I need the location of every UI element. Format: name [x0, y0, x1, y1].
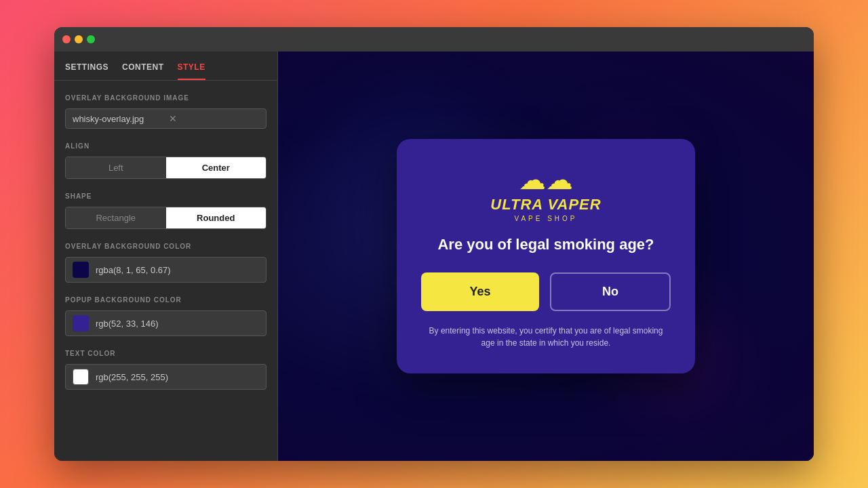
app-window: SETTINGS CONTENT STYLE OVERLAY BACKGROUN… [54, 27, 814, 461]
overlay-bg-image-clear-icon[interactable]: ✕ [169, 113, 260, 124]
modal-disclaimer: By entering this website, you certify th… [421, 325, 671, 349]
text-color-section: TEXT COLOR rgb(255, 255, 255) [54, 350, 277, 403]
shape-rounded-button[interactable]: Rounded [166, 207, 267, 228]
tab-content[interactable]: CONTENT [122, 62, 164, 80]
age-verification-modal: ☁☁ ULTRA VAPER VAPE SHOP Are you of lega… [397, 139, 695, 373]
tab-style[interactable]: STYLE [178, 62, 205, 80]
yes-button[interactable]: Yes [421, 272, 539, 311]
popup-bg-color-value: rgb(52, 33, 146) [96, 319, 159, 329]
align-toggle-group: Left Center [65, 157, 267, 179]
titlebar [54, 27, 814, 52]
align-center-button[interactable]: Center [166, 157, 267, 178]
overlay-bg-image-label: OVERLAY BACKGROUND IMAGE [65, 94, 267, 102]
align-label: ALIGN [65, 142, 267, 150]
traffic-lights [62, 35, 95, 43]
modal-question: Are you of legal smoking age? [421, 236, 671, 253]
text-color-input[interactable]: rgb(255, 255, 255) [65, 364, 267, 390]
brand-icon: ☁☁ [421, 166, 671, 193]
align-section: ALIGN Left Center [54, 142, 277, 192]
popup-bg-color-swatch [73, 315, 89, 331]
overlay-bg-image-input[interactable]: whisky-overlay.jpg ✕ [65, 108, 267, 129]
align-left-button[interactable]: Left [66, 157, 166, 178]
shape-label: SHAPE [65, 192, 267, 200]
tab-settings[interactable]: SETTINGS [65, 62, 108, 80]
overlay-bg-image-value: whisky-overlay.jpg [73, 114, 163, 124]
minimize-button[interactable] [75, 35, 83, 43]
brand-sub: VAPE SHOP [421, 215, 671, 222]
popup-bg-color-label: POPUP BACKGROUND COLOR [65, 296, 267, 304]
shape-section: SHAPE Rectangle Rounded [54, 192, 277, 243]
overlay-bg-image-section: OVERLAY BACKGROUND IMAGE whisky-overlay.… [54, 94, 277, 142]
text-color-swatch [73, 369, 89, 385]
popup-bg-color-section: POPUP BACKGROUND COLOR rgb(52, 33, 146) [54, 296, 277, 350]
maximize-button[interactable] [87, 35, 95, 43]
preview-panel: ☁☁ ULTRA VAPER VAPE SHOP Are you of lega… [278, 52, 814, 461]
tab-bar: SETTINGS CONTENT STYLE [54, 52, 277, 81]
modal-buttons: Yes No [421, 272, 671, 311]
shape-toggle-group: Rectangle Rounded [65, 207, 267, 229]
overlay-bg-color-swatch [73, 262, 89, 278]
overlay-bg-color-section: OVERLAY BACKGROUND COLOR rgba(8, 1, 65, … [54, 243, 277, 296]
shape-rectangle-button[interactable]: Rectangle [66, 207, 166, 228]
overlay-bg-color-label: OVERLAY BACKGROUND COLOR [65, 243, 267, 250]
text-color-label: TEXT COLOR [65, 350, 267, 357]
left-panel: SETTINGS CONTENT STYLE OVERLAY BACKGROUN… [54, 52, 278, 461]
overlay-bg-color-value: rgba(8, 1, 65, 0.67) [96, 265, 171, 275]
popup-bg-color-input[interactable]: rgb(52, 33, 146) [65, 310, 267, 336]
window-body: SETTINGS CONTENT STYLE OVERLAY BACKGROUN… [54, 52, 814, 461]
text-color-value: rgb(255, 255, 255) [96, 372, 168, 382]
close-button[interactable] [62, 35, 71, 43]
brand-logo: ☁☁ ULTRA VAPER VAPE SHOP [421, 166, 671, 222]
overlay-bg-color-input[interactable]: rgba(8, 1, 65, 0.67) [65, 257, 267, 283]
no-button[interactable]: No [550, 272, 671, 311]
brand-name: ULTRA VAPER [421, 196, 671, 214]
